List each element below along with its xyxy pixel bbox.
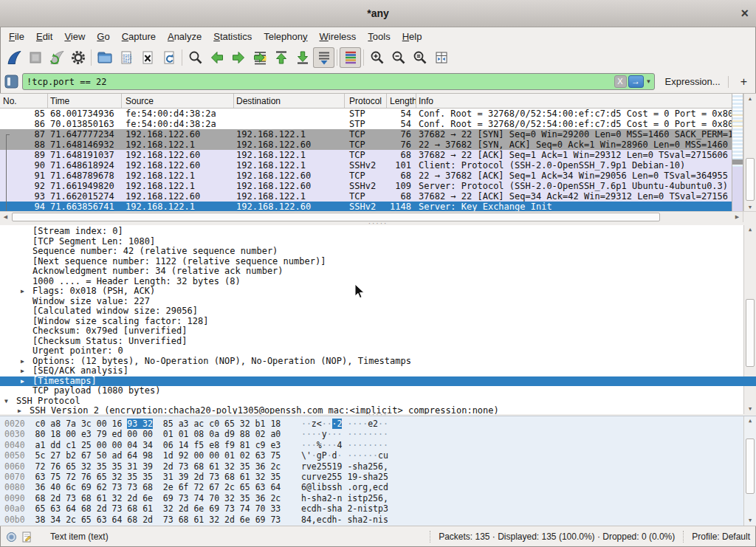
detail-line[interactable]: [Next sequence number: 1122 (relative se… — [0, 257, 756, 267]
start-capture-button[interactable] — [3, 47, 24, 68]
menu-item-tools[interactable]: Tools — [362, 29, 396, 44]
hex-row-0020[interactable]: 0020 c0 a8 7a 3c 00 16 93 32 85 a3 ac c0… — [4, 419, 756, 429]
go-to-bottom-button[interactable] — [292, 47, 313, 68]
zoom-in-button[interactable] — [366, 47, 388, 68]
hex-row-00a0[interactable]: 00a0 65 63 64 68 2d 73 68 61 32 2d 6e 69… — [4, 503, 756, 514]
expert-info-button[interactable] — [6, 531, 17, 543]
detail-line[interactable]: ▶[SEQ/ACK analysis] — [0, 366, 756, 376]
zoom-out-button[interactable] — [388, 47, 409, 68]
expand-icon[interactable]: ▶ — [18, 406, 21, 414]
packet-row-93[interactable]: 9371.662015274192.168.122.60192.168.122.… — [0, 191, 732, 202]
detail-line[interactable]: 1000 .... = Header Length: 32 bytes (8) — [0, 277, 756, 287]
column-header-time[interactable]: Time — [48, 94, 122, 108]
packet-row-88[interactable]: 8871.648146932192.168.122.1192.168.122.6… — [0, 140, 732, 150]
menu-item-file[interactable]: File — [3, 29, 30, 44]
packet-row-94[interactable]: 9471.663856741192.168.122.1192.168.122.6… — [0, 202, 732, 212]
packet-row-90[interactable]: 9071.648618924192.168.122.60192.168.122.… — [0, 160, 732, 171]
packet-row-86[interactable]: 8670.013850163fe:54:00:d4:38:2aSTP54Conf… — [0, 119, 732, 129]
stop-capture-button[interactable] — [24, 47, 46, 68]
find-packet-button[interactable] — [185, 47, 206, 68]
menu-item-statistics[interactable]: Statistics — [207, 29, 258, 44]
detail-line[interactable]: Urgent pointer: 0 — [0, 346, 756, 357]
detail-line[interactable]: [Checksum Status: Unverified] — [0, 337, 756, 347]
packet-row-89[interactable]: 8971.648191037192.168.122.60192.168.122.… — [0, 150, 732, 160]
apply-filter-button[interactable]: → — [628, 75, 644, 88]
zoom-original-button[interactable] — [409, 47, 430, 68]
expression-button[interactable]: Expression... — [665, 76, 721, 87]
packet-bytes-pane[interactable]: ▲ ▼ 0020 c0 a8 7a 3c 00 16 93 32 85 a3 a… — [0, 416, 756, 526]
capture-options-button[interactable] — [67, 47, 89, 68]
hex-row-0070[interactable]: 0070 63 75 72 76 65 32 35 35 31 39 2d 73… — [4, 472, 756, 482]
column-header-length[interactable]: Length — [387, 94, 416, 108]
detail-line[interactable]: ▼SSH Protocol — [0, 396, 756, 407]
restart-capture-button[interactable] — [46, 47, 67, 68]
column-header-no[interactable]: No. — [0, 94, 48, 108]
detail-line[interactable]: Window size value: 227 — [0, 297, 756, 307]
detail-line[interactable]: ▶[Timestamps] — [0, 376, 756, 387]
detail-line[interactable]: ▶Options: (12 bytes), No-Operation (NOP)… — [0, 357, 756, 367]
add-filter-button[interactable]: + — [736, 75, 752, 89]
hex-row-0090[interactable]: 0090 68 2d 73 68 61 32 2d 6e 69 73 74 70… — [4, 493, 756, 503]
menu-item-view[interactable]: View — [58, 29, 91, 44]
menu-item-capture[interactable]: Capture — [116, 29, 162, 44]
close-capture-file-button[interactable] — [137, 47, 158, 68]
detail-line[interactable]: ▶Flags: 0x018 (PSH, ACK) — [0, 286, 756, 297]
hex-row-0040[interactable]: 0040 a1 dd c1 25 00 00 04 34 06 14 f5 e8… — [4, 440, 756, 450]
collapse-icon[interactable]: ▼ — [4, 396, 8, 407]
detail-line[interactable]: [Calculated window size: 29056] — [0, 306, 756, 317]
bytes-vscroll-thumb[interactable] — [746, 438, 755, 494]
menu-item-help[interactable]: Help — [396, 29, 428, 44]
menu-item-go[interactable]: Go — [91, 29, 115, 44]
menu-item-edit[interactable]: Edit — [30, 29, 58, 44]
packet-row-85[interactable]: 8568.001734936fe:54:00:d4:38:2aSTP54Conf… — [0, 109, 732, 119]
filter-bookmark-icon[interactable] — [4, 74, 19, 90]
hex-row-0030[interactable]: 0030 80 18 00 e3 79 ed 00 00 01 01 08 0a… — [4, 429, 756, 439]
bytes-vscrollbar[interactable]: ▲ ▼ — [743, 416, 756, 526]
column-header-protocol[interactable]: Protocol — [345, 94, 387, 108]
detail-line[interactable]: Sequence number: 42 (relative sequence n… — [0, 247, 756, 257]
menu-item-wireless[interactable]: Wireless — [314, 29, 362, 44]
hscroll-thumb[interactable] — [12, 213, 660, 221]
detail-line[interactable]: TCP payload (1080 bytes) — [0, 386, 756, 396]
expand-icon[interactable]: ▶ — [21, 366, 24, 376]
packet-row-87[interactable]: 8771.647777234192.168.122.60192.168.122.… — [0, 129, 732, 140]
hex-row-0050[interactable]: 0050 5c 27 b2 67 50 ad 64 98 1d 92 00 00… — [4, 450, 756, 461]
clear-filter-button[interactable]: X — [614, 75, 627, 88]
capture-comment-button[interactable] — [22, 531, 32, 543]
reload-capture-file-button[interactable] — [158, 47, 179, 68]
column-header-source[interactable]: Source — [122, 94, 234, 108]
detail-line[interactable]: Acknowledgment number: 34 (relative ack … — [0, 266, 756, 277]
menu-item-telephony[interactable]: Telephony — [258, 29, 313, 44]
hex-row-0080[interactable]: 0080 36 40 6c 69 62 73 73 68 2e 6f 72 67… — [4, 482, 756, 492]
scroll-up-arrow-icon[interactable]: ▲ — [744, 94, 756, 103]
expand-icon[interactable]: ▶ — [21, 357, 24, 367]
go-forward-button[interactable] — [227, 47, 249, 68]
packet-list-vscroll-thumb[interactable] — [746, 158, 755, 201]
go-to-packet-button[interactable] — [249, 47, 270, 68]
status-profile[interactable]: Profile: Default — [692, 531, 750, 542]
expand-icon[interactable]: ▶ — [21, 286, 24, 297]
packet-list-vscrollbar[interactable]: ▲ ▼ — [743, 94, 756, 212]
close-window-button[interactable]: × — [740, 7, 749, 20]
detail-line[interactable]: [TCP Segment Len: 1080] — [0, 237, 756, 247]
open-capture-file-button[interactable] — [94, 47, 115, 68]
resize-columns-button[interactable] — [430, 47, 452, 68]
go-back-button[interactable] — [206, 47, 227, 68]
filter-dropdown-arrow[interactable]: ▼ — [644, 78, 654, 85]
expand-icon[interactable]: ▶ — [21, 376, 24, 387]
detail-line[interactable]: [Stream index: 0] — [0, 227, 756, 237]
column-header-info[interactable]: Info — [416, 94, 732, 108]
hex-row-0060[interactable]: 0060 72 76 65 32 35 35 31 39 2d 73 68 61… — [4, 461, 756, 472]
save-capture-file-button[interactable]: 010101100011 — [115, 47, 137, 68]
scroll-left-arrow-icon[interactable]: ◀ — [0, 212, 11, 222]
scroll-up-arrow-icon[interactable]: ▲ — [744, 416, 756, 426]
menu-item-analyze[interactable]: Analyze — [162, 29, 207, 44]
detail-line[interactable]: Checksum: 0x79ed [unverified] — [0, 326, 756, 337]
colorize-packets-button[interactable] — [340, 47, 361, 68]
scroll-down-arrow-icon[interactable]: ▼ — [744, 516, 756, 526]
scroll-right-arrow-icon[interactable]: ▶ — [732, 212, 743, 222]
display-filter-input[interactable] — [27, 77, 614, 87]
detail-line[interactable]: [Window size scaling factor: 128] — [0, 317, 756, 327]
auto-scroll-button[interactable] — [313, 47, 334, 68]
go-to-top-button[interactable] — [270, 47, 292, 68]
